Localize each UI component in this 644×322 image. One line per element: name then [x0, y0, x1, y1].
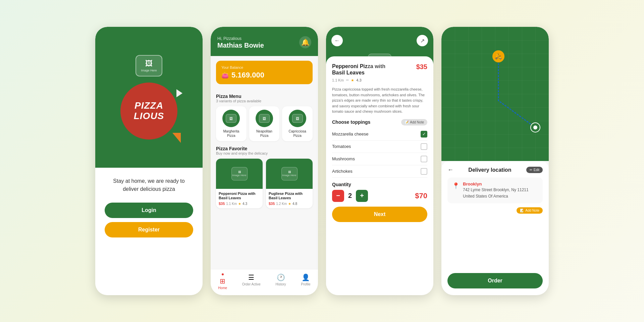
edit-label: Edit [534, 168, 539, 172]
route-line: 🛵 [441, 27, 549, 161]
topping-checkbox-artichokes[interactable] [421, 168, 427, 175]
note-icon: 📝 [405, 120, 409, 124]
address-line1: 742 Lyme Street Brooklyn, Ny 11211 [463, 187, 529, 193]
nav-item-history[interactable]: 🕐 History [275, 273, 286, 290]
greeting-text: Hi, Pizzalious [217, 36, 264, 41]
order-button[interactable]: Order [447, 273, 543, 288]
favorite-section-sub: Buy now and enjoy the delicacy [216, 151, 313, 155]
quantity-row: − 2 + $70 [332, 190, 427, 202]
product-body: Pepperoni Pizza with Basil Leaves $35 1.… [326, 56, 433, 295]
add-note-button[interactable]: 📝 Add Note [401, 119, 427, 125]
brand-name: PIZZA LIOUS [134, 101, 164, 121]
screen-delivery-location: 🛵 ← Delivery location ✏ Edit 📍 Brooklyn … [441, 27, 549, 295]
history-icon: 🕐 [277, 273, 285, 281]
topping-checkbox-tomatoes[interactable] [421, 143, 427, 150]
user-info: Hi, Pizzalious Mathias Bowie [217, 36, 264, 49]
balance-row: 👛 5.169.000 [221, 71, 307, 79]
address-info: Brooklyn 742 Lyme Street Brooklyn, Ny 11… [463, 181, 529, 199]
toppings-header: Choose toppings 📝 Add Note [332, 119, 427, 125]
nav-label-home: Home [218, 286, 227, 290]
address-city: Brooklyn [463, 181, 529, 186]
welcome-body: Stay at home, we are ready to deliver de… [95, 168, 203, 295]
topping-row-mozzarella[interactable]: Mozzarella cheese ✓ [332, 128, 427, 141]
fav-price-pugliese: $35 [269, 202, 275, 206]
quantity-minus-button[interactable]: − [332, 190, 344, 202]
fav-img-icon: 🖼 Image Here [281, 167, 298, 180]
screen-welcome: 🖼 Image Here PIZZA LIOUS Stay at home, w… [95, 27, 203, 295]
next-button[interactable]: Next [332, 207, 427, 222]
home-header: Hi, Pizzalious Mathias Bowie 🔔 [211, 27, 318, 56]
topping-row-tomatoes[interactable]: Tomatoes [332, 141, 427, 153]
register-button[interactable]: Register [105, 222, 193, 237]
delivery-info: ← Delivery location ✏ Edit 📍 Brooklyn 74… [441, 161, 549, 295]
share-button[interactable]: ↗ [417, 35, 428, 46]
product-distance: 1.1 Km [332, 78, 344, 82]
balance-card: Your Balance 👛 5.169.000 [216, 61, 313, 84]
fav-card-pugliese[interactable]: 🖼 Image Here Pugliese Pizza with Basil L… [266, 159, 313, 208]
menu-section-title: Pizza Menu [216, 94, 313, 99]
nav-label-order-active: Order Active [242, 282, 261, 286]
back-button[interactable]: ← [331, 35, 343, 46]
delivery-header-row: ← Delivery location ✏ Edit [447, 166, 543, 173]
nav-item-order-active[interactable]: ☰ Order Active [242, 273, 261, 290]
fav-star-icon: ★ [288, 202, 291, 206]
topping-checkbox-mozzarella[interactable]: ✓ [421, 131, 427, 138]
login-button[interactable]: Login [105, 203, 193, 218]
product-description: Pizza capricciosa topped with fresh mozz… [332, 87, 427, 114]
product-price: $35 [416, 63, 427, 71]
fav-info-pepperoni: Pepperoni Pizza with Basil Leaves $35 1.… [216, 189, 263, 208]
svg-point-3 [533, 125, 537, 129]
topping-row-artichokes[interactable]: Artichokes [332, 165, 427, 178]
menu-img-capricciosa: 🖼 [289, 110, 306, 127]
edit-icon: ✏ [530, 168, 532, 172]
menu-img-neapolitan: 🖼 [256, 110, 273, 127]
home-content: Pizza Menu 3 variants of pizza available… [211, 89, 318, 269]
favorite-section-title: Pizza Favorite [216, 146, 313, 151]
tagline: Stay at home, we are ready to deliver de… [105, 177, 193, 193]
topping-name-mozzarella: Mozzarella cheese [332, 131, 368, 137]
nav-item-profile[interactable]: 👤 Profile [301, 273, 310, 290]
note-icon: 📝 [520, 209, 524, 212]
toppings-title: Choose toppings [332, 119, 370, 125]
menu-section-sub: 3 variants of pizza available [216, 99, 313, 103]
edit-button[interactable]: ✏ Edit [526, 167, 543, 173]
fav-star-icon: ★ [238, 202, 241, 206]
product-image-placeholder: 🖼 Image Here [368, 54, 391, 72]
menu-card-capricciosa[interactable]: 🖼 Capricciosa Pizza [282, 106, 313, 141]
logo-placeholder: 🖼 Image Here [136, 55, 162, 76]
product-meta: 1.1 Km − ★ 4.3 [332, 77, 427, 83]
fav-rating-pepperoni: 4.3 [243, 202, 247, 206]
address-card: 📍 Brooklyn 742 Lyme Street Brooklyn, Ny … [447, 177, 543, 203]
quantity-title: Quantity [332, 182, 427, 187]
home-icon: ⊞ [220, 277, 225, 285]
nav-label-history: History [275, 282, 286, 286]
menu-name-neapolitan: Neapolitan Pizza [253, 129, 276, 138]
nav-item-home[interactable]: ⊞ Home [218, 273, 227, 290]
notification-bell-icon[interactable]: 🔔 [299, 36, 311, 48]
svg-text:🛵: 🛵 [495, 53, 502, 59]
add-note-button-delivery[interactable]: 📝 Add Note [517, 207, 543, 214]
address-line2: United States Of America [463, 194, 529, 199]
nav-label-profile: Profile [301, 282, 310, 286]
quantity-plus-button[interactable]: + [356, 190, 368, 202]
add-note-label-delivery: Add Note [525, 209, 539, 212]
delivery-title: Delivery location [468, 167, 511, 173]
map-view: 🛵 [441, 27, 549, 161]
topping-checkbox-mushrooms[interactable] [421, 156, 427, 162]
menu-card-margherita[interactable]: 🖼 Margherita Pizza [216, 106, 247, 141]
balance-amount: 5.169.000 [231, 71, 264, 79]
fav-dist-pepperoni: 1.1 Km [226, 202, 237, 206]
screen-home: Hi, Pizzalious Mathias Bowie 🔔 Your Bala… [211, 27, 318, 295]
topping-row-mushrooms[interactable]: Mushrooms [332, 153, 427, 165]
fav-name-pepperoni: Pepperoni Pizza with Basil Leaves [219, 192, 260, 200]
quantity-number: 2 [348, 192, 352, 200]
fav-rating-pugliese: 4.8 [292, 202, 297, 206]
fav-card-pepperoni[interactable]: 🖼 Image Here Pepperoni Pizza with Basil … [216, 159, 263, 208]
brand-circle: PIZZA LIOUS [120, 83, 177, 140]
delivery-back-button[interactable]: ← [447, 166, 453, 173]
menu-name-margherita: Margherita Pizza [219, 129, 243, 138]
order-active-icon: ☰ [248, 273, 254, 281]
fav-name-pugliese: Pugliese Pizza with Basil Leaves [269, 192, 310, 200]
balance-label: Your Balance [221, 65, 307, 69]
menu-card-neapolitan[interactable]: 🖼 Neapolitan Pizza [249, 106, 280, 141]
